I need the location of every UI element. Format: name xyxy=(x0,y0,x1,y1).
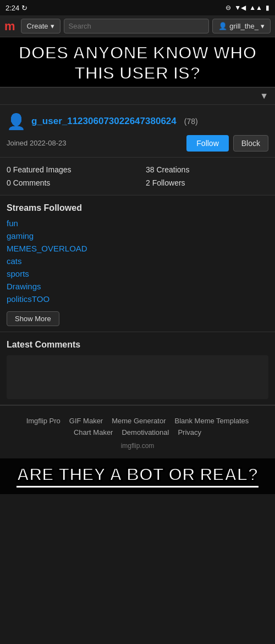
create-chevron-icon: ▾ xyxy=(51,22,54,30)
meme-bottom-text-content: ARE THEY A BOT OR REAL? xyxy=(16,464,258,488)
stream-link-item[interactable]: gaming xyxy=(7,231,268,240)
footer-link-item[interactable]: Meme Generator xyxy=(112,417,166,425)
comments-title: Latest Comments xyxy=(7,340,268,350)
streams-section: Streams Followed fungamingMEMES_OVERLOAD… xyxy=(0,195,275,332)
stream-link-item[interactable]: Drawings xyxy=(7,282,268,291)
battery-icon: ▮ xyxy=(266,4,270,12)
profile-points: (78) xyxy=(184,117,198,126)
profile-header: 👤 g_user_112306073022647380624 (78) xyxy=(7,113,268,131)
stream-link-item[interactable]: sports xyxy=(7,269,268,278)
profile-actions: Follow Block xyxy=(186,135,268,152)
sub-nav: ▼ xyxy=(0,88,275,105)
user-icon: 👤 xyxy=(218,22,227,30)
footer-brand: imgflip.com xyxy=(7,442,268,450)
comments-section: Latest Comments xyxy=(0,332,275,405)
footer-links: Imgflip ProGIF MakerMeme GeneratorBlank … xyxy=(7,417,268,436)
status-right: ⊖ ▼◀ ▲▲ ▮ xyxy=(226,4,270,12)
footer-link-item[interactable]: Privacy xyxy=(178,428,201,436)
footer-link-item[interactable]: Demotivational xyxy=(122,428,169,436)
streams-title: Streams Followed xyxy=(7,203,268,213)
search-input[interactable] xyxy=(64,19,210,33)
profile-avatar-icon: 👤 xyxy=(7,113,26,131)
featured-images-stat: 0 Featured Images xyxy=(7,165,129,174)
show-more-button[interactable]: Show More xyxy=(7,311,59,326)
stream-link-item[interactable]: fun xyxy=(7,219,268,228)
stream-link-item[interactable]: politicsTOO xyxy=(7,294,268,304)
wifi-icon: ▼◀ xyxy=(234,4,246,12)
meme-bottom-text: ARE THEY A BOT OR REAL? xyxy=(4,464,271,488)
username-nav: grill_the_ xyxy=(229,22,258,30)
profile-username[interactable]: g_user_112306073022647380624 xyxy=(31,116,177,127)
comments-placeholder xyxy=(7,355,268,399)
block-icon: ⊖ xyxy=(226,4,231,12)
follow-button[interactable]: Follow xyxy=(186,135,228,152)
status-left: 2:24 ↻ xyxy=(6,4,28,12)
creations-stat: 38 Creations xyxy=(146,165,268,174)
signal-icon: ▲▲ xyxy=(249,4,262,12)
time-display: 2:24 xyxy=(6,4,19,12)
user-chevron-icon: ▾ xyxy=(261,22,265,30)
stream-link-item[interactable]: MEMES_OVERLOAD xyxy=(7,244,268,253)
comments-stat: 0 Comments xyxy=(7,178,129,187)
stats-section: 0 Featured Images 38 Creations 0 Comment… xyxy=(0,158,275,195)
user-menu[interactable]: 👤 grill_the_ ▾ xyxy=(212,19,271,33)
create-label: Create xyxy=(27,22,48,30)
sync-icon: ↻ xyxy=(21,4,28,12)
create-button[interactable]: Create ▾ xyxy=(21,19,61,33)
sub-nav-arrow[interactable]: ▼ xyxy=(260,91,268,101)
profile-joined-date: Joined 2022-08-23 xyxy=(7,139,66,147)
profile-section: 👤 g_user_112306073022647380624 (78) Join… xyxy=(0,105,275,158)
stream-link-item[interactable]: cats xyxy=(7,256,268,266)
footer: Imgflip ProGIF MakerMeme GeneratorBlank … xyxy=(0,405,275,458)
site-logo[interactable]: m xyxy=(4,19,15,33)
footer-link-item[interactable]: GIF Maker xyxy=(69,417,103,425)
followers-stat: 2 Followers xyxy=(146,178,268,187)
meme-top-text: DOES ANYONE KNOW WHO THIS USER IS? xyxy=(4,43,271,83)
footer-link-item[interactable]: Blank Meme Templates xyxy=(174,417,249,425)
profile-meta: Joined 2022-08-23 Follow Block xyxy=(7,135,268,152)
stream-links-list: fungamingMEMES_OVERLOADcatssportsDrawing… xyxy=(7,219,268,304)
block-button[interactable]: Block xyxy=(233,135,268,152)
nav-bar: m Create ▾ 👤 grill_the_ ▾ xyxy=(0,15,275,37)
footer-link-item[interactable]: Imgflip Pro xyxy=(26,417,61,425)
meme-top-overlay: DOES ANYONE KNOW WHO THIS USER IS? xyxy=(0,37,275,88)
footer-link-item[interactable]: Chart Maker xyxy=(74,428,113,436)
status-bar: 2:24 ↻ ⊖ ▼◀ ▲▲ ▮ xyxy=(0,0,275,15)
meme-bottom-overlay: ARE THEY A BOT OR REAL? xyxy=(0,458,275,494)
